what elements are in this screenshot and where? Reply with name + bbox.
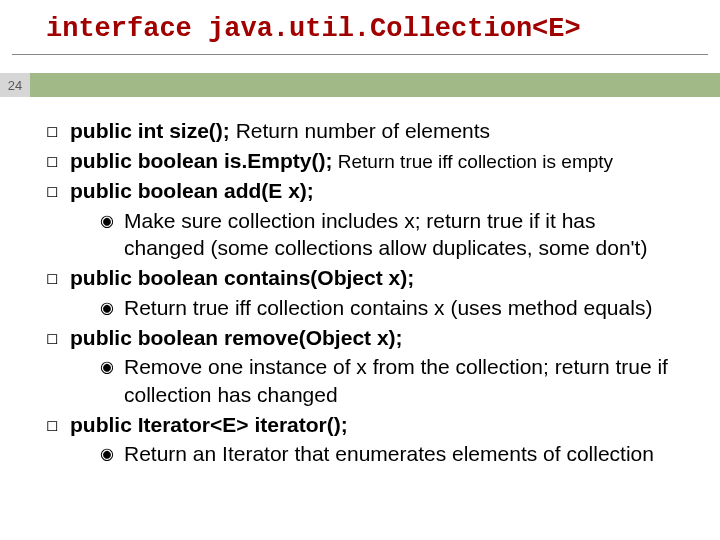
square-bullet-icon: ◻ [46,324,70,409]
sub-bullet: ◉ Return an Iterator that enumerates ele… [100,440,670,468]
bullet-text: public Iterator<E> iterator(); ◉ Return … [70,411,670,468]
method-signature: public boolean is.Empty(); [70,149,333,172]
method-signature: public boolean add(E x); [70,179,314,202]
bullet-item: ◻ public boolean contains(Object x); ◉ R… [46,264,670,321]
square-bullet-icon: ◻ [46,264,70,321]
sub-bullet-text: Return true iff collection contains x (u… [124,294,670,322]
bullet-text: public boolean is.Empty(); Return true i… [70,147,670,175]
square-bullet-icon: ◻ [46,147,70,175]
bullet-item: ◻ public Iterator<E> iterator(); ◉ Retur… [46,411,670,468]
bullet-text: public int size(); Return number of elem… [70,117,670,145]
accent-bar [30,73,720,97]
method-signature: public boolean contains(Object x); [70,266,414,289]
slide-number: 24 [0,73,30,97]
square-bullet-icon: ◻ [46,117,70,145]
content-area: ◻ public int size(); Return number of el… [0,97,720,468]
sub-bullet: ◉ Make sure collection includes x; retur… [100,207,670,262]
method-description: Return number of elements [230,119,490,142]
header-bar: 24 [0,73,720,97]
circle-bullet-icon: ◉ [100,440,124,468]
circle-bullet-icon: ◉ [100,207,124,262]
bullet-item: ◻ public int size(); Return number of el… [46,117,670,145]
method-signature: public Iterator<E> iterator(); [70,413,348,436]
circle-bullet-icon: ◉ [100,294,124,322]
bullet-text: public boolean contains(Object x); ◉ Ret… [70,264,670,321]
sub-bullet-text: Remove one instance of x from the collec… [124,353,670,408]
square-bullet-icon: ◻ [46,411,70,468]
title-part-2: util. [289,14,370,44]
circle-bullet-icon: ◉ [100,353,124,408]
square-bullet-icon: ◻ [46,177,70,262]
bullet-item: ◻ public boolean remove(Object x); ◉ Rem… [46,324,670,409]
bullet-item: ◻ public boolean is.Empty(); Return true… [46,147,670,175]
sub-bullet-text: Make sure collection includes x; return … [124,207,670,262]
bullet-text: public boolean add(E x); ◉ Make sure col… [70,177,670,262]
sub-bullet: ◉ Remove one instance of x from the coll… [100,353,670,408]
sub-bullet-text: Return an Iterator that enumerates eleme… [124,440,670,468]
bullet-text: public boolean remove(Object x); ◉ Remov… [70,324,670,409]
method-signature: public boolean remove(Object x); [70,326,403,349]
title-part-1: interface java. [46,14,289,44]
bullet-item: ◻ public boolean add(E x); ◉ Make sure c… [46,177,670,262]
slide-title: interface java.util.Collection<E> [12,0,708,55]
slide: interface java.util.Collection<E> 24 ◻ p… [0,0,720,540]
method-signature: public int size(); [70,119,230,142]
method-description: Return true iff collection is empty [333,151,614,172]
sub-bullet: ◉ Return true iff collection contains x … [100,294,670,322]
title-part-3: Collection<E> [370,14,581,44]
